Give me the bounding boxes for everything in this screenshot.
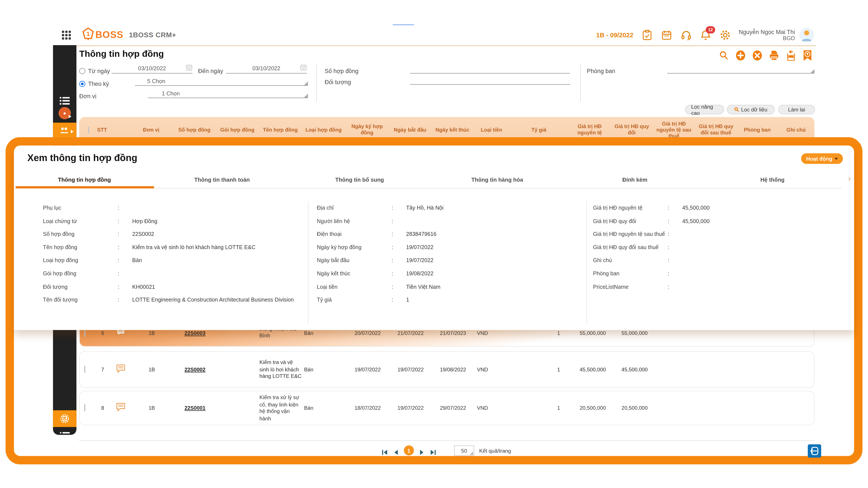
col-value-original-tax[interactable]: Giá trị HĐ nguyên tệ sau thuế	[653, 121, 695, 139]
notification-badge: 12	[706, 26, 715, 33]
comment-icon[interactable]	[111, 364, 130, 375]
pagination: 1 50 Kết quả/trang	[76, 444, 816, 457]
sidebar-item-list-icon[interactable]	[53, 431, 76, 440]
row-contract-link[interactable]: 22S0001	[184, 404, 206, 411]
first-page-icon[interactable]	[382, 448, 388, 454]
col-sign-date[interactable]: Ngày ký hợp đồng	[345, 124, 389, 136]
sidebar-item-contracts-active[interactable]	[53, 123, 76, 138]
col-value-converted-tax[interactable]: Giá trị HĐ quy đổi sau thuế	[695, 124, 737, 136]
tab-attachments[interactable]: Đính kèm	[566, 171, 704, 188]
from-date-input[interactable]: 03/10/2022	[112, 65, 192, 74]
field-value	[682, 267, 844, 280]
field-value	[406, 215, 574, 228]
user-info[interactable]: Nguyễn Ngọc Mai Thi BGD	[739, 28, 795, 42]
filter-data-button[interactable]: Lọc dữ liệu	[727, 105, 775, 114]
from-date-radio[interactable]	[79, 68, 85, 74]
contract-no-input[interactable]	[410, 65, 570, 74]
row-unit: 1B	[130, 404, 174, 412]
to-date-input[interactable]: 03/10/2022	[226, 65, 307, 74]
department-select[interactable]	[667, 65, 814, 74]
table-row[interactable]: 8 1B 22S0001 Kiểm tra xử lý sự cố, thay …	[79, 391, 814, 425]
unit-select[interactable]: 1 Chọn	[148, 90, 308, 98]
support-headset-icon[interactable]	[681, 30, 692, 40]
to-date-calendar-icon[interactable]	[300, 64, 307, 71]
to-date-label: Đến ngày	[198, 67, 223, 74]
current-page[interactable]: 1	[404, 446, 414, 455]
add-icon[interactable]	[735, 50, 746, 61]
advanced-filter-button[interactable]: Lọc nâng cao	[685, 105, 724, 114]
col-currency[interactable]: Loại tiền	[474, 127, 509, 133]
period-select[interactable]: 5 Chọn	[135, 78, 308, 86]
collapse-exit-button[interactable]	[808, 444, 821, 458]
col-type[interactable]: Loại hợp đồng	[302, 127, 345, 133]
print-icon[interactable]	[769, 50, 780, 61]
sidebar-menu-icon[interactable]	[53, 96, 76, 105]
per-page-input[interactable]: 50	[454, 445, 474, 456]
row-contract-link[interactable]: 22S0003	[184, 330, 206, 336]
user-name: Nguyễn Ngọc Mai Thi	[739, 28, 795, 35]
col-contract-no[interactable]: Số hợp đồng	[173, 127, 216, 133]
col-start-date[interactable]: Ngày bắt đầu	[389, 127, 431, 133]
app-grid-icon[interactable]	[62, 31, 71, 39]
col-department[interactable]: Phòng ban	[737, 127, 778, 133]
field-value: 19/08/2022	[406, 267, 574, 280]
col-value-original[interactable]: Giá trị HĐ nguyên tệ	[568, 124, 611, 136]
table-row[interactable]: 7 1B 22S0002 Kiểm tra và vệ sinh lò hơi …	[79, 351, 814, 388]
logo[interactable]: 1 BOSS	[82, 27, 123, 43]
comment-icon[interactable]	[111, 402, 130, 414]
sidebar-item-sales-icon[interactable]: ●	[53, 106, 76, 120]
tab-goods-info[interactable]: Thông tin hàng hóa	[429, 171, 566, 188]
modal-fields-col3: Giá trị HĐ nguyên tệ:45,500,000 Giá trị …	[593, 201, 844, 293]
export-xlsx-icon[interactable]: XLSX	[785, 50, 797, 61]
field-value: 22S0002	[132, 228, 306, 241]
col-note[interactable]: Ghi chú	[778, 127, 815, 133]
tab-contract-info[interactable]: Thông tin hợp đồng	[16, 171, 153, 188]
row-sign-date: 19/07/2022	[346, 366, 390, 373]
row-checkbox[interactable]	[84, 329, 85, 336]
row-checkbox[interactable]	[84, 365, 85, 373]
period-label[interactable]: 1B - 09/2022	[596, 32, 633, 39]
field-value: Tây Hồ, Hà Nội	[406, 201, 574, 215]
field-label: Phụ lục	[43, 201, 118, 215]
prev-page-icon[interactable]	[393, 448, 399, 454]
field-value: Tiền Việt Nam	[406, 280, 574, 293]
notifications-bell-icon[interactable]: 12	[700, 30, 711, 40]
delete-icon[interactable]	[752, 50, 763, 61]
table-footer-divider	[79, 440, 814, 441]
avatar[interactable]	[800, 28, 814, 42]
last-page-icon[interactable]	[430, 448, 436, 454]
col-value-converted[interactable]: Giá trị HĐ quy đổi	[611, 124, 653, 136]
tab-additional-info[interactable]: Thông tin bổ sung	[291, 171, 429, 188]
field-value: 19/07/2022	[406, 241, 574, 254]
tab-system[interactable]: Hệ thống	[704, 171, 841, 188]
col-unit[interactable]: Đơn vị	[129, 127, 173, 133]
col-name[interactable]: Tên hợp đồng	[259, 127, 302, 133]
col-end-date[interactable]: Ngày kết thúc	[431, 127, 474, 133]
col-stt[interactable]: STT	[94, 127, 111, 133]
calendar-icon[interactable]	[661, 30, 672, 40]
tab-payment-info[interactable]: Thông tin thanh toán	[153, 171, 291, 188]
next-page-icon[interactable]	[419, 448, 425, 454]
sidebar-item-approvals-active[interactable]	[53, 411, 76, 427]
reset-button[interactable]: Làm lại	[778, 105, 815, 114]
settings-gear-icon[interactable]	[720, 30, 731, 40]
period-radio[interactable]	[79, 81, 85, 87]
search-icon[interactable]	[718, 50, 730, 61]
tasks-icon[interactable]	[642, 30, 653, 40]
col-package[interactable]: Gói hợp đồng	[216, 127, 259, 133]
field-label: Loại chứng từ	[43, 215, 118, 228]
tabs-chevron-right-icon[interactable]: ›	[848, 173, 851, 183]
from-date-calendar-icon[interactable]	[186, 64, 192, 71]
svg-text:XLSX: XLSX	[789, 56, 794, 58]
row-start-date: 19/07/2022	[390, 366, 432, 373]
field-value: Hợp Đồng	[132, 215, 306, 228]
partner-input[interactable]	[410, 76, 570, 85]
filter-bookmark-icon[interactable]	[802, 50, 813, 61]
row-contract-link[interactable]: 22S0002	[184, 366, 206, 372]
select-all-checkbox[interactable]	[88, 126, 89, 133]
row-sign-date: 18/07/2022	[346, 404, 390, 412]
row-currency: VND	[474, 404, 510, 412]
row-checkbox[interactable]	[84, 404, 85, 411]
action-dropdown-button[interactable]: Hoạt động	[801, 153, 843, 164]
col-rate[interactable]: Tỷ giá	[509, 127, 569, 133]
